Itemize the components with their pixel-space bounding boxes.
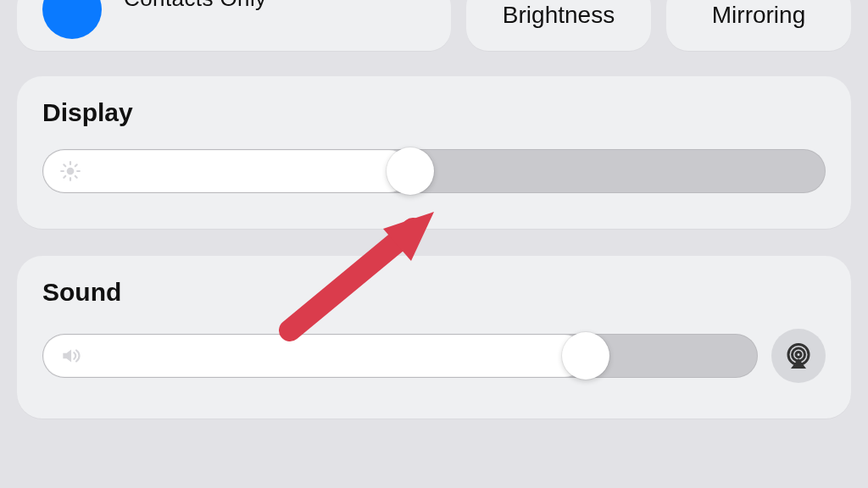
display-slider-fill xyxy=(43,150,410,192)
airdrop-icon xyxy=(42,0,102,39)
mirroring-tile[interactable]: Mirroring xyxy=(666,0,851,51)
speaker-icon xyxy=(59,345,81,367)
mirroring-label: Mirroring xyxy=(712,2,805,29)
brightness-tile[interactable]: Brightness xyxy=(466,0,651,51)
display-panel: Display xyxy=(17,76,851,229)
sound-title: Sound xyxy=(42,278,826,307)
sound-panel: Sound xyxy=(17,256,851,419)
airdrop-card[interactable]: Contacts Only xyxy=(17,0,451,51)
cropped-background-text xyxy=(0,0,15,488)
display-slider-row xyxy=(42,149,826,193)
svg-line-6 xyxy=(75,176,77,178)
display-slider-thumb[interactable] xyxy=(387,147,434,195)
svg-line-5 xyxy=(64,164,65,166)
display-title: Display xyxy=(42,98,826,127)
svg-line-7 xyxy=(64,176,65,178)
top-row: Contacts Only Brightness Mirroring xyxy=(17,0,851,51)
airdrop-subtitle: Contacts Only xyxy=(124,0,267,12)
svg-point-11 xyxy=(796,352,801,358)
brightness-label: Brightness xyxy=(503,2,615,29)
sound-slider-fill xyxy=(43,335,586,377)
airplay-icon xyxy=(783,341,814,371)
display-brightness-slider[interactable] xyxy=(42,149,826,193)
airplay-button[interactable] xyxy=(771,329,826,383)
sound-slider-thumb[interactable] xyxy=(562,332,609,380)
sound-slider-row xyxy=(42,329,826,383)
svg-point-0 xyxy=(67,168,75,175)
svg-line-8 xyxy=(75,164,77,166)
brightness-icon xyxy=(59,160,81,182)
control-center-content: Contacts Only Brightness Mirroring Displ… xyxy=(17,0,851,446)
sound-volume-slider[interactable] xyxy=(42,334,758,378)
